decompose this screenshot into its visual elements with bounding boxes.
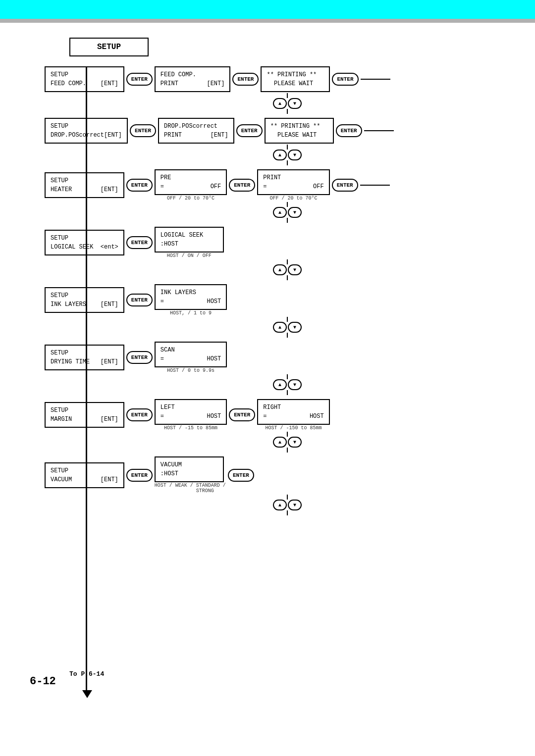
gray-bar	[0, 19, 535, 23]
lcd-feed-comp-right: ** PRINTING ** PLEASE WAIT	[261, 66, 330, 92]
lcd-drying-left: SETUPDRYING TIME [ENT]	[45, 345, 124, 370]
enter-btn-heater-1[interactable]: ENTER	[126, 179, 153, 192]
lcd-logical-left: SETUPLOGICAL SEEK <ent>	[45, 230, 124, 255]
lcd-ink-left: SETUPINK LAYERS [ENT]	[45, 287, 124, 313]
lcd-drying-mid: SCAN= HOST	[155, 342, 227, 367]
main-arrow-head	[82, 690, 92, 698]
row-drying-time: SETUPDRYING TIME [ENT] ENTER SCAN= HOST …	[30, 342, 505, 395]
nav-arrows-feed-comp[interactable]: ▲ ▼	[273, 98, 302, 109]
lcd-ink-mid: INK LAYERS= HOST	[155, 284, 227, 310]
nav-arrows-heater[interactable]: ▲ ▼	[273, 207, 302, 218]
row-heater: SETUPHEATER [ENT] ENTER PRE= OFF OFF / 2…	[30, 169, 505, 223]
nav-arrows-logical[interactable]: ▲ ▼	[273, 264, 302, 275]
row-ink-layers: SETUPINK LAYERS [ENT] ENTER INK LAYERS= …	[30, 284, 505, 338]
lcd-margin-mid: LEFT= HOST	[155, 399, 227, 425]
nav-arrows-drying[interactable]: ▲ ▼	[273, 379, 302, 390]
lcd-heater-left: SETUPHEATER [ENT]	[45, 172, 124, 198]
lcd-drop-pos-mid: DROP.POScorrectPRINT [ENT]	[158, 118, 234, 144]
lcd-vacuum-left: SETUPVACUUM [ENT]	[45, 462, 124, 488]
nav-arrows-ink[interactable]: ▲ ▼	[273, 322, 302, 333]
row-margin: SETUPMARGIN [ENT] ENTER LEFT= HOST HOST …	[30, 399, 505, 453]
arrow-ext-feed-comp	[361, 79, 390, 80]
setup-title-box: SETUP	[69, 38, 149, 56]
enter-btn-drop-3[interactable]: ENTER	[336, 124, 362, 137]
lcd-logical-mid: LOGICAL SEEK:HOST	[155, 227, 224, 252]
nav-arrows-margin[interactable]: ▲ ▼	[273, 437, 302, 448]
row-logical-seek: SETUPLOGICAL SEEK <ent> ENTER LOGICAL SE…	[30, 227, 505, 280]
nav-arrows-vacuum[interactable]: ▲ ▼	[273, 500, 302, 510]
enter-btn-drying-1[interactable]: ENTER	[126, 351, 153, 364]
main-vertical-line	[86, 66, 87, 690]
enter-btn-margin-1[interactable]: ENTER	[126, 408, 153, 421]
lcd-feed-comp-left: SETUPFEED COMP. [ENT]	[45, 66, 124, 92]
enter-btn-ink-1[interactable]: ENTER	[126, 294, 153, 306]
enter-btn-feed-comp-2[interactable]: ENTER	[232, 73, 259, 86]
lcd-drop-pos-right: ** PRINTING ** PLEASE WAIT	[265, 118, 334, 144]
note-logical-mid: HOST / ON / OFF	[155, 253, 224, 258]
lcd-vacuum-mid: VACUUM:HOST	[155, 456, 224, 482]
enter-btn-feed-comp-1[interactable]: ENTER	[126, 73, 153, 86]
row-vacuum: SETUPVACUUM [ENT] ENTER VACUUM:HOST HOST…	[30, 456, 505, 515]
note-heater-mid: OFF / 20 to 70°C	[155, 196, 227, 201]
nav-arrows-drop[interactable]: ▲ ▼	[273, 150, 302, 160]
arrow-ext-drop	[364, 130, 394, 131]
note-ink-mid: HOST, / 1 to 9	[155, 310, 227, 316]
row-feed-comp: SETUPFEED COMP. [ENT] ENTER FEED COMP.PR…	[30, 66, 505, 114]
enter-btn-vacuum-1[interactable]: ENTER	[126, 469, 153, 482]
page-number: 6-12	[30, 675, 56, 688]
note-heater-right: OFF / 20 to 70°C	[257, 196, 329, 201]
note-drying-mid: HOST / 0 to 9.9s	[155, 368, 227, 373]
cyan-bar	[0, 0, 535, 19]
enter-btn-margin-2[interactable]: ENTER	[229, 408, 255, 421]
arrow-ext-heater	[360, 185, 390, 186]
to-page-text: To P.6-14	[69, 670, 104, 678]
note-margin-mid: HOST / -15 to 85mm	[155, 425, 227, 431]
to-page-label: To P.6-14	[69, 670, 104, 678]
note-vacuum-mid: HOST / WEAK / STANDARD / STRONG	[155, 483, 226, 494]
note-margin-right: HOST / -150 to 85mm	[257, 425, 329, 431]
enter-btn-logical-1[interactable]: ENTER	[126, 236, 153, 249]
lcd-feed-comp-mid: FEED COMP.PRINT [ENT]	[155, 66, 231, 92]
enter-btn-heater-2[interactable]: ENTER	[229, 179, 255, 192]
enter-btn-drop-1[interactable]: ENTER	[130, 124, 156, 137]
lcd-margin-right: RIGHT= HOST	[257, 399, 329, 425]
enter-btn-feed-comp-3[interactable]: ENTER	[332, 73, 358, 86]
lcd-heater-mid: PRE= OFF	[155, 169, 227, 195]
row-drop-pos: SETUPDROP.POScorrect[ENT] ENTER DROP.POS…	[30, 118, 505, 165]
enter-btn-vacuum-2[interactable]: ENTER	[228, 469, 254, 482]
lcd-heater-right: PRINT= OFF	[257, 169, 329, 195]
enter-btn-heater-3[interactable]: ENTER	[332, 179, 358, 192]
enter-btn-drop-2[interactable]: ENTER	[236, 124, 263, 137]
lcd-margin-left: SETUPMARGIN [ENT]	[45, 402, 124, 428]
